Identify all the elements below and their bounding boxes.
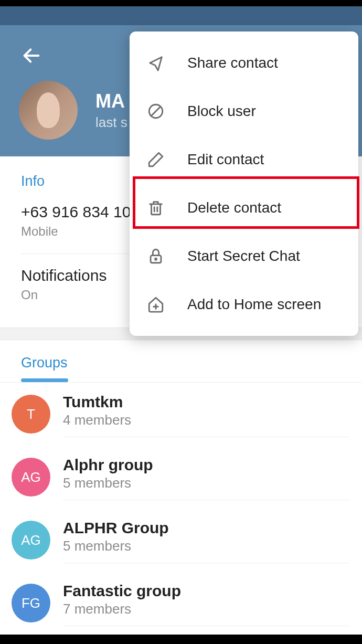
- menu-share-contact[interactable]: Share contact: [130, 39, 358, 87]
- group-item[interactable]: AGAlphr group5 members: [0, 446, 362, 509]
- profile-name: MA: [95, 90, 127, 112]
- group-name: Fantastic group: [63, 582, 349, 600]
- group-members: 5 members: [63, 475, 349, 491]
- group-item[interactable]: FGFantastic group7 members: [0, 572, 362, 635]
- group-content: Alphr group5 members: [63, 454, 349, 500]
- group-name: Tumtkm: [63, 393, 349, 411]
- profile-status: last s: [95, 114, 127, 131]
- menu-label: Add to Home screen: [187, 296, 321, 313]
- window-frame-top: [0, 0, 362, 6]
- group-item[interactable]: AGALPHR Group5 members: [0, 509, 362, 572]
- menu-edit-contact[interactable]: Edit contact: [130, 135, 358, 184]
- profile-text: MA last s: [95, 90, 127, 131]
- group-avatar: T: [12, 395, 50, 434]
- menu-label: Start Secret Chat: [187, 248, 300, 265]
- home-plus-icon: [145, 294, 166, 315]
- group-avatar: AG: [12, 521, 50, 559]
- groups-list: TTumtkm4 membersAGAlphr group5 membersAG…: [0, 382, 362, 635]
- menu-delete-contact[interactable]: Delete contact: [130, 184, 358, 232]
- svg-point-6: [155, 258, 157, 260]
- menu-label: Edit contact: [187, 151, 264, 168]
- group-item[interactable]: TTumtkm4 members: [0, 383, 362, 446]
- back-button[interactable]: [19, 43, 44, 68]
- back-arrow-icon: [21, 45, 42, 66]
- context-menu: Share contact Block user Edit contact De…: [130, 31, 358, 336]
- group-members: 7 members: [63, 601, 349, 617]
- group-content: ALPHR Group5 members: [63, 517, 349, 563]
- menu-label: Share contact: [187, 55, 278, 71]
- svg-line-2: [152, 107, 161, 116]
- groups-section: Groups TTumtkm4 membersAGAlphr group5 me…: [0, 340, 362, 635]
- menu-add-home-screen[interactable]: Add to Home screen: [130, 280, 358, 329]
- group-content: Tumtkm4 members: [63, 391, 349, 437]
- menu-start-secret-chat[interactable]: Start Secret Chat: [130, 232, 358, 280]
- group-name: Alphr group: [63, 456, 349, 474]
- menu-label: Block user: [187, 103, 256, 120]
- lock-icon: [145, 246, 166, 267]
- share-icon: [145, 52, 166, 73]
- menu-block-user[interactable]: Block user: [130, 87, 358, 135]
- avatar[interactable]: [19, 81, 78, 140]
- menu-label: Delete contact: [187, 199, 281, 216]
- group-avatar: AG: [12, 458, 50, 497]
- edit-icon: [145, 149, 166, 170]
- group-name: ALPHR Group: [63, 519, 349, 537]
- block-icon: [145, 101, 166, 122]
- status-bar: [0, 6, 362, 25]
- group-content: Fantastic group7 members: [63, 580, 349, 626]
- group-members: 4 members: [63, 412, 349, 428]
- group-avatar: FG: [12, 584, 50, 622]
- groups-tab-underline: [21, 378, 68, 382]
- group-members: 5 members: [63, 538, 349, 554]
- groups-title: Groups: [0, 355, 362, 378]
- trash-icon: [145, 197, 166, 218]
